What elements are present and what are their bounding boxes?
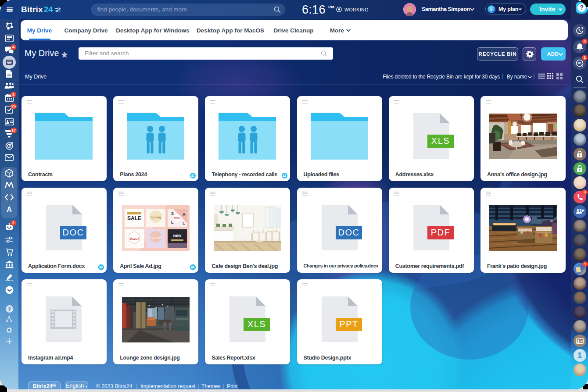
svg-text:50%: 50% xyxy=(174,217,181,220)
svg-text:XLS: XLS xyxy=(431,136,450,146)
svg-text:Wow!: Wow! xyxy=(129,237,140,241)
svg-text:NEW: NEW xyxy=(173,234,182,238)
svg-text:Special: Special xyxy=(151,235,161,239)
svg-text:Spring: Spring xyxy=(151,215,161,219)
svg-text:DOC: DOC xyxy=(63,228,84,237)
svg-text:PPT: PPT xyxy=(339,319,358,329)
svg-text:PDF: PDF xyxy=(431,228,451,237)
svg-text:DOC: DOC xyxy=(338,228,359,237)
svg-text:L: L xyxy=(171,220,174,225)
svg-text:XLS: XLS xyxy=(247,319,266,329)
svg-text:S: S xyxy=(171,211,174,216)
svg-text:E: E xyxy=(183,221,185,225)
svg-text:?: ? xyxy=(7,306,11,311)
svg-text:A: A xyxy=(183,212,186,217)
svg-text:SALE: SALE xyxy=(127,215,141,221)
